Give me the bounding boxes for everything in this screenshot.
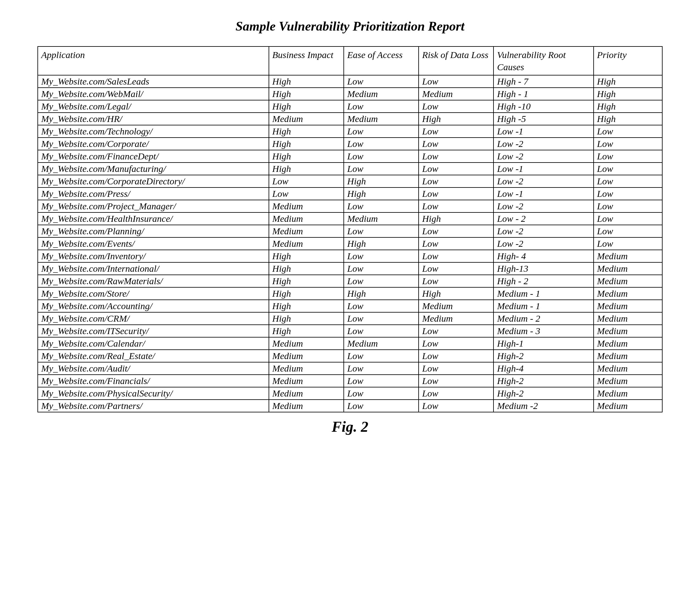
cell-ease-of-access: Low <box>344 137 419 150</box>
cell-ease-of-access: Low <box>344 200 419 212</box>
cell-risk-of-data-loss: Low <box>419 275 493 287</box>
cell-application: My_Website.com/Planning/ <box>38 225 269 238</box>
cell-risk-of-data-loss: Low <box>419 200 493 212</box>
cell-business-impact: High <box>269 150 344 163</box>
cell-business-impact: Medium <box>269 238 344 250</box>
cell-priority: High <box>594 113 662 125</box>
table-row: My_Website.com/Events/MediumHighLowLow -… <box>38 238 662 250</box>
cell-business-impact: High <box>269 300 344 312</box>
table-row: My_Website.com/Partners/MediumLowLowMedi… <box>38 400 662 412</box>
cell-risk-of-data-loss: Low <box>419 100 493 113</box>
table-row: My_Website.com/Technology/HighLowLowLow … <box>38 125 662 137</box>
cell-risk-of-data-loss: Low <box>419 75 493 88</box>
cell-priority: Low <box>594 163 662 175</box>
cell-risk-of-data-loss: Low <box>419 175 493 188</box>
cell-business-impact: High <box>269 125 344 137</box>
cell-risk-of-data-loss: Low <box>419 400 493 412</box>
cell-root-causes: Low -2 <box>493 200 593 212</box>
cell-ease-of-access: Low <box>344 375 419 387</box>
table-row: My_Website.com/Legal/HighLowLowHigh -10H… <box>38 100 662 113</box>
cell-application: My_Website.com/FinanceDept/ <box>38 150 269 163</box>
cell-business-impact: Medium <box>269 337 344 350</box>
table-row: My_Website.com/PhysicalSecurity/MediumLo… <box>38 387 662 400</box>
cell-root-causes: Low - 2 <box>493 212 593 225</box>
cell-priority: Low <box>594 238 662 250</box>
table-row: My_Website.com/Inventory/HighLowLowHigh-… <box>38 250 662 262</box>
cell-root-causes: Low -2 <box>493 137 593 150</box>
col-header-business-impact: Business Impact <box>269 46 344 75</box>
header-row: Application Business Impact Ease of Acce… <box>38 46 662 75</box>
table-row: My_Website.com/Corporate/HighLowLowLow -… <box>38 137 662 150</box>
table-row: My_Website.com/International/HighLowLowH… <box>38 262 662 275</box>
cell-priority: Medium <box>594 312 662 325</box>
cell-business-impact: Low <box>269 175 344 188</box>
col-header-ease-of-access: Ease of Access <box>344 46 419 75</box>
cell-application: My_Website.com/Store/ <box>38 287 269 300</box>
cell-application: My_Website.com/Legal/ <box>38 100 269 113</box>
cell-root-causes: Low -2 <box>493 225 593 238</box>
cell-risk-of-data-loss: Low <box>419 350 493 362</box>
cell-application: My_Website.com/Calendar/ <box>38 337 269 350</box>
cell-root-causes: Medium - 1 <box>493 287 593 300</box>
cell-risk-of-data-loss: Low <box>419 188 493 200</box>
cell-ease-of-access: Low <box>344 362 419 375</box>
cell-priority: Low <box>594 188 662 200</box>
cell-application: My_Website.com/Manufacturing/ <box>38 163 269 175</box>
cell-business-impact: High <box>269 312 344 325</box>
cell-root-causes: High-1 <box>493 337 593 350</box>
cell-priority: Medium <box>594 350 662 362</box>
cell-ease-of-access: Low <box>344 125 419 137</box>
table-row: My_Website.com/SalesLeadsHighLowLowHigh … <box>38 75 662 88</box>
col-header-priority: Priority <box>594 46 662 75</box>
cell-business-impact: High <box>269 262 344 275</box>
table-row: My_Website.com/CRM/HighLowMediumMedium -… <box>38 312 662 325</box>
cell-root-causes: Low -1 <box>493 125 593 137</box>
cell-root-causes: Low -2 <box>493 175 593 188</box>
table-row: My_Website.com/Planning/MediumLowLowLow … <box>38 225 662 238</box>
cell-application: My_Website.com/CRM/ <box>38 312 269 325</box>
cell-business-impact: Medium <box>269 400 344 412</box>
cell-ease-of-access: Low <box>344 275 419 287</box>
cell-application: My_Website.com/PhysicalSecurity/ <box>38 387 269 400</box>
cell-priority: Medium <box>594 262 662 275</box>
cell-business-impact: Medium <box>269 200 344 212</box>
cell-application: My_Website.com/Press/ <box>38 188 269 200</box>
cell-application: My_Website.com/Financials/ <box>38 375 269 387</box>
cell-ease-of-access: Low <box>344 312 419 325</box>
cell-root-causes: High -10 <box>493 100 593 113</box>
report-title: Sample Vulnerability Prioritization Repo… <box>37 19 663 34</box>
cell-ease-of-access: Low <box>344 350 419 362</box>
cell-priority: Medium <box>594 362 662 375</box>
cell-priority: High <box>594 75 662 88</box>
cell-business-impact: High <box>269 287 344 300</box>
cell-application: My_Website.com/ITSecurity/ <box>38 325 269 337</box>
cell-application: My_Website.com/HealthInsurance/ <box>38 212 269 225</box>
cell-risk-of-data-loss: Low <box>419 125 493 137</box>
cell-root-causes: High- 4 <box>493 250 593 262</box>
col-header-root-causes: Vulnerability Root Causes <box>493 46 593 75</box>
cell-business-impact: Medium <box>269 375 344 387</box>
cell-risk-of-data-loss: Low <box>419 163 493 175</box>
cell-risk-of-data-loss: Low <box>419 250 493 262</box>
cell-priority: Low <box>594 150 662 163</box>
cell-priority: Medium <box>594 400 662 412</box>
cell-ease-of-access: Medium <box>344 113 419 125</box>
cell-risk-of-data-loss: Medium <box>419 312 493 325</box>
cell-ease-of-access: High <box>344 188 419 200</box>
cell-business-impact: Medium <box>269 350 344 362</box>
cell-risk-of-data-loss: Low <box>419 362 493 375</box>
cell-root-causes: High-13 <box>493 262 593 275</box>
cell-application: My_Website.com/Corporate/ <box>38 137 269 150</box>
cell-priority: Medium <box>594 337 662 350</box>
cell-priority: Low <box>594 200 662 212</box>
cell-ease-of-access: Low <box>344 400 419 412</box>
cell-ease-of-access: Low <box>344 100 419 113</box>
table-row: My_Website.com/Press/LowHighLowLow -1Low <box>38 188 662 200</box>
table-row: My_Website.com/Accounting/HighLowMediumM… <box>38 300 662 312</box>
cell-root-causes: Low -2 <box>493 150 593 163</box>
table-row: My_Website.com/Project_Manager/MediumLow… <box>38 200 662 212</box>
cell-priority: Medium <box>594 375 662 387</box>
cell-ease-of-access: Low <box>344 325 419 337</box>
cell-ease-of-access: Low <box>344 163 419 175</box>
cell-root-causes: Medium - 1 <box>493 300 593 312</box>
